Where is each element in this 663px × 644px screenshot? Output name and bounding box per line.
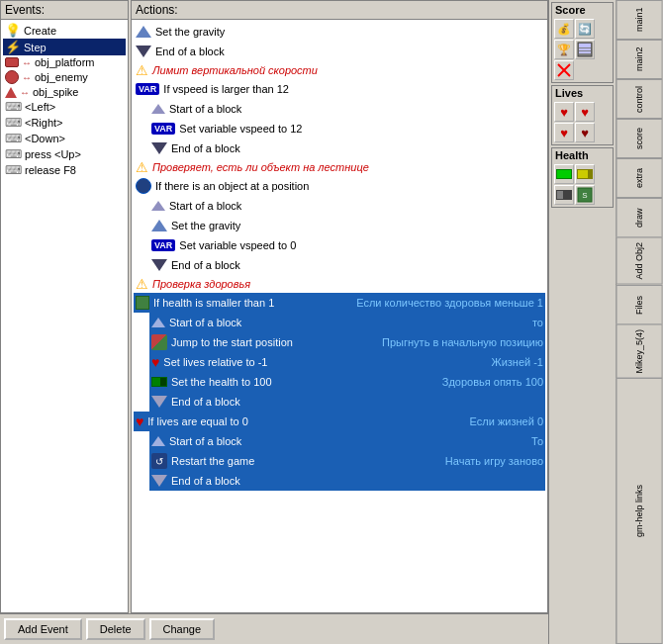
lives-icon-3[interactable]: ♥ — [554, 123, 574, 142]
action-comment: Прыгнуть в начальную позицию — [382, 336, 543, 348]
health-icon-3[interactable] — [554, 185, 574, 205]
blue-circle-icon — [136, 178, 151, 194]
action-set-gravity-2[interactable]: Set the gravity — [149, 216, 545, 235]
end-block-icon — [136, 46, 151, 57]
event-item-release-f8[interactable]: ⌨ release F8 — [3, 162, 126, 178]
score-icon-4[interactable] — [575, 40, 595, 59]
health-bar-full-icon — [556, 168, 572, 180]
svg-rect-7 — [557, 170, 571, 178]
jump-icon — [151, 334, 167, 350]
action-end-block-2[interactable]: End of a block — [149, 138, 545, 158]
tab-control[interactable]: control — [616, 79, 663, 119]
event-item-right[interactable]: ⌨ <Right> — [3, 115, 126, 131]
tab-draw[interactable]: draw — [616, 198, 663, 237]
event-item-obj-spike[interactable]: ↔ obj_spike — [3, 85, 126, 99]
comment-text-2: Проверяет, есть ли объект на лестнице — [152, 161, 369, 173]
score-icon-2[interactable]: 🔄 — [575, 19, 595, 39]
end-block-icon-4 — [151, 396, 167, 408]
end-block-icon-3 — [151, 259, 167, 271]
action-jump-start[interactable]: Jump to the start position Прыгнуть в на… — [149, 332, 545, 352]
score-icon-3[interactable]: 🏆 — [554, 40, 574, 59]
score-section: Score 💰 🔄 🏆 — [551, 2, 614, 83]
action-start-block-1[interactable]: Start of a block — [149, 99, 545, 119]
action-comment: Начать игру заново — [445, 455, 543, 467]
lives-icons: ♥ ♥ ♥ ♥ — [552, 100, 613, 144]
var-badge-2: VAR — [151, 123, 175, 135]
comment-text-3: Проверка здоровья — [152, 278, 250, 290]
action-start-block-3[interactable]: Start of a block то — [149, 313, 545, 332]
action-set-vspeed-0[interactable]: VAR Set variable vspeed to 0 — [149, 235, 545, 255]
event-item-step[interactable]: ⚡ Step — [3, 39, 126, 55]
svg-rect-11 — [557, 191, 563, 199]
actions-list[interactable]: Set the gravity End of a block ⚠ Лимит в… — [132, 20, 547, 612]
lives-heart-4-icon: ♥ — [581, 126, 589, 140]
platform-arrow-icon: ↔ — [22, 57, 32, 68]
gravity-up-icon-2 — [151, 220, 167, 231]
action-comment: Здоровья опять 100 — [442, 376, 543, 388]
action-label: Set the gravity — [155, 26, 225, 38]
tab-main1[interactable]: main1 — [616, 0, 663, 40]
tab-add-obj2[interactable]: Add Obj2 — [616, 237, 663, 285]
action-set-vspeed-12[interactable]: VAR Set variable vspeed to 12 — [149, 119, 545, 138]
action-end-block-5[interactable]: End of a block — [149, 471, 545, 491]
comment-line-2: ⚠ Проверяет, есть ли объект на лестнице — [134, 158, 545, 176]
action-end-block-3[interactable]: End of a block — [149, 255, 545, 275]
restart-icon: ↺ — [151, 453, 167, 469]
score-cancel-icon — [556, 62, 572, 78]
lives-icon-4[interactable]: ♥ — [575, 123, 595, 142]
enemy-arrow-icon: ↔ — [22, 72, 32, 83]
action-label: Set variable vspeed to 12 — [179, 123, 302, 135]
action-end-block-1[interactable]: End of a block — [134, 42, 545, 61]
key-left-icon: ⌨ — [5, 100, 22, 114]
delete-button[interactable]: Delete — [86, 618, 145, 640]
action-start-block-2[interactable]: Start of a block — [149, 196, 545, 216]
action-set-gravity-1[interactable]: Set the gravity — [134, 22, 545, 42]
lives-heart-3-icon: ♥ — [560, 126, 568, 140]
action-if-lives[interactable]: ♥ If lives are equal to 0 Если жизней 0 — [134, 412, 545, 431]
action-if-health[interactable]: If health is smaller than 1 Если количес… — [134, 293, 545, 313]
health-icon-2[interactable] — [575, 164, 595, 184]
warning-icon-1: ⚠ — [136, 62, 148, 78]
end-block-icon-5 — [151, 475, 167, 487]
change-button[interactable]: Change — [149, 618, 216, 640]
health-label: Health — [552, 148, 613, 162]
action-label: Restart the game — [171, 455, 441, 467]
event-item-obj-enemy[interactable]: ↔ obj_enemy — [3, 69, 126, 85]
spike-arrow-icon: ↔ — [20, 87, 30, 98]
event-item-create[interactable]: 💡 Create — [3, 22, 126, 39]
action-if-vspeed[interactable]: VAR If vspeed is larger than 12 — [134, 79, 545, 99]
tab-score[interactable]: score — [616, 119, 663, 158]
tab-files[interactable]: Files — [616, 285, 663, 324]
health-bar-med-icon — [577, 168, 593, 180]
spike-icon — [5, 87, 17, 98]
event-item-press-up[interactable]: ⌨ press <Up> — [3, 146, 126, 162]
score-icon-1[interactable]: 💰 — [554, 19, 574, 39]
tab-gm-help[interactable]: gm-help links — [616, 378, 663, 644]
health-icon-1[interactable] — [554, 164, 574, 184]
score-icon-5[interactable] — [554, 60, 574, 80]
tab-mikey[interactable]: Mikey_5(4) — [616, 324, 663, 379]
health-icon-4[interactable]: S — [575, 185, 595, 205]
event-item-down[interactable]: ⌨ <Down> — [3, 131, 126, 146]
events-header: Events: — [1, 1, 128, 20]
actions-header: Actions: — [132, 1, 547, 20]
action-start-block-4[interactable]: Start of a block То — [149, 431, 545, 451]
key-down-icon: ⌨ — [5, 132, 22, 145]
lives-icon-2[interactable]: ♥ — [575, 102, 595, 122]
action-if-object[interactable]: If there is an object at a position — [134, 176, 545, 196]
action-label: End of a block — [171, 142, 240, 154]
action-label: Start of a block — [169, 103, 241, 115]
score-label: Score — [552, 3, 613, 17]
tab-extra[interactable]: extra — [616, 158, 663, 198]
gravity-up-icon — [136, 26, 151, 38]
action-set-lives[interactable]: ♥ Set lives relative to -1 Жизней -1 — [149, 352, 545, 372]
event-item-left[interactable]: ⌨ <Left> — [3, 99, 126, 115]
action-end-block-4[interactable]: End of a block — [149, 392, 545, 412]
lives-icon-1[interactable]: ♥ — [554, 102, 574, 122]
action-restart-game[interactable]: ↺ Restart the game Начать игру заново — [149, 451, 545, 471]
add-event-button[interactable]: Add Event — [4, 618, 82, 640]
action-set-health[interactable]: Set the health to 100 Здоровья опять 100 — [149, 372, 545, 392]
event-item-obj-platform[interactable]: ↔ obj_platform — [3, 55, 126, 69]
tab-main2[interactable]: main2 — [616, 40, 663, 79]
score-display-icon: 🏆 — [557, 44, 571, 56]
